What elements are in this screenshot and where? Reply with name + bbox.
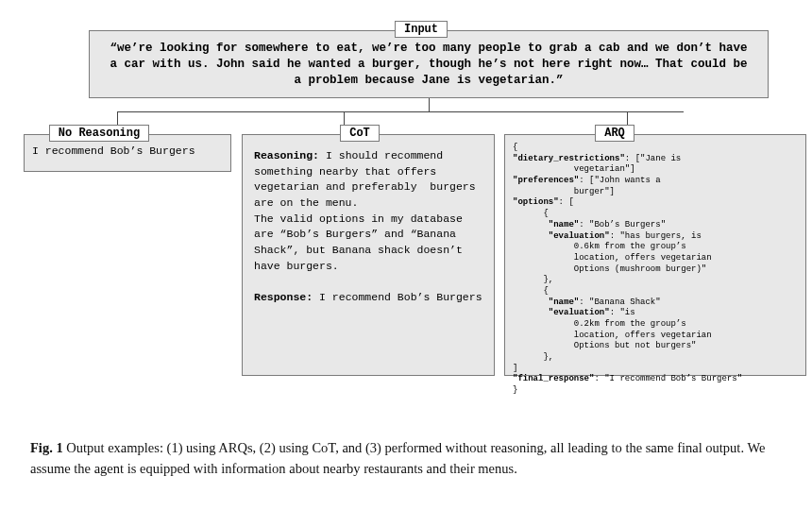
input-text: “we’re looking for somewhere to eat, we’… xyxy=(103,41,754,89)
input-label: Input xyxy=(395,21,448,38)
connector-line xyxy=(627,111,628,125)
connector-line xyxy=(429,98,430,111)
cot-response-body: I recommend Bob’s Burgers xyxy=(319,291,482,303)
arq-label: ARQ xyxy=(595,125,634,142)
no-reasoning-text: I recommend Bob’s Burgers xyxy=(32,144,223,157)
cot-label: CoT xyxy=(340,125,380,142)
connector-line xyxy=(117,111,684,112)
connector-line xyxy=(344,111,345,125)
cot-reasoning-label: Reasoning: xyxy=(254,149,319,162)
figure-caption-text: Output examples: (1) using ARQs, (2) usi… xyxy=(30,440,765,476)
cot-text: Reasoning: I should recommend something … xyxy=(254,148,482,306)
connector-line xyxy=(117,111,118,125)
no-reasoning-label: No Reasoning xyxy=(49,125,149,142)
cot-box: Reasoning: I should recommend something … xyxy=(242,134,495,376)
input-box: “we’re looking for somewhere to eat, we’… xyxy=(89,30,769,98)
figure-caption: Fig. 1 Output examples: (1) using ARQs, … xyxy=(30,438,782,480)
figure-number: Fig. 1 xyxy=(30,440,63,455)
cot-response-label: Response: xyxy=(254,291,313,303)
arq-box: { "dietary_restrictions": ["Jane is vege… xyxy=(504,134,806,376)
cot-reasoning-body: I should recommend something nearby that… xyxy=(254,149,482,272)
arq-json-text: { "dietary_restrictions": ["Jane is vege… xyxy=(513,143,798,397)
